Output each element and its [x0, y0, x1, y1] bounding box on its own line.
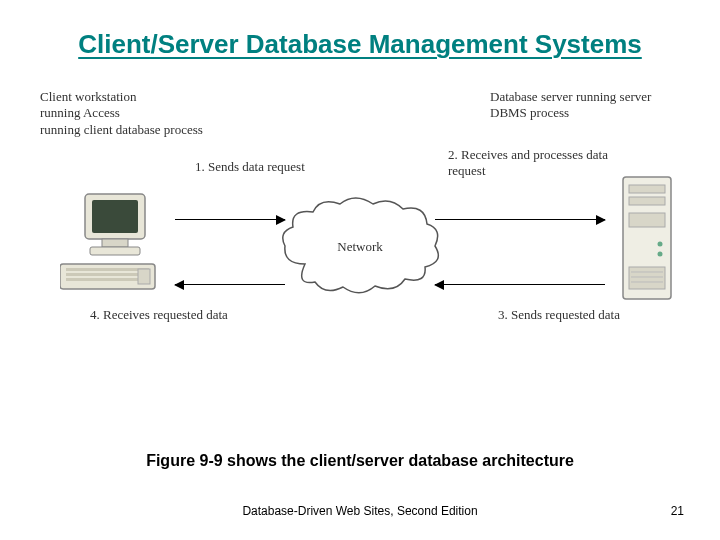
svg-rect-10 — [629, 185, 665, 193]
slide-title: Client/Server Database Management System… — [0, 0, 720, 69]
svg-rect-2 — [102, 239, 128, 247]
svg-rect-1 — [92, 200, 138, 233]
architecture-diagram: Client workstationrunning Accessrunning … — [40, 89, 680, 349]
page-number: 21 — [671, 504, 684, 518]
arrow-step4 — [175, 284, 285, 286]
svg-point-13 — [658, 241, 663, 246]
arrow-step1 — [175, 219, 285, 221]
svg-rect-5 — [66, 268, 149, 271]
svg-rect-3 — [90, 247, 140, 255]
figure-caption: Figure 9-9 shows the client/server datab… — [0, 452, 720, 470]
step2-label: 2. Receives and processes data request — [448, 147, 608, 181]
svg-rect-11 — [629, 197, 665, 205]
step4-label: 4. Receives requested data — [90, 307, 228, 324]
step3-label: 3. Sends requested data — [498, 307, 620, 324]
database-server-label: Database server running server DBMS proc… — [490, 89, 680, 123]
client-computer-icon — [60, 189, 170, 303]
arrow-step3 — [435, 284, 605, 286]
server-tower-icon — [615, 169, 680, 313]
svg-rect-7 — [66, 278, 149, 281]
client-workstation-label: Client workstationrunning Accessrunning … — [40, 89, 250, 140]
arrow-step2 — [435, 219, 605, 221]
footer-text: Database-Driven Web Sites, Second Editio… — [0, 504, 720, 518]
svg-rect-8 — [138, 269, 150, 284]
svg-rect-12 — [629, 213, 665, 227]
svg-rect-15 — [629, 267, 665, 289]
network-label: Network — [330, 239, 390, 256]
svg-point-14 — [658, 251, 663, 256]
svg-rect-6 — [66, 273, 149, 276]
step1-label: 1. Sends data request — [195, 159, 305, 176]
